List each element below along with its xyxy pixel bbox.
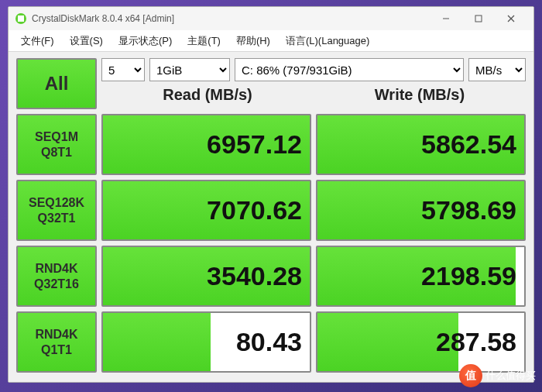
read-value: 6957.12	[207, 129, 302, 160]
menu-display[interactable]: 显示状态(P)	[111, 33, 180, 50]
menubar: 文件(F) 设置(S) 显示状态(P) 主题(T) 帮助(H) 语言(L)(La…	[9, 30, 533, 52]
read-value: 80.43	[236, 327, 302, 357]
result-row: 80.43 287.58	[101, 311, 526, 373]
result-row: 7070.62 5798.69	[101, 180, 526, 241]
test-button-line2: Q1T1	[41, 342, 72, 358]
test-button-0[interactable]: SEQ1M Q8T1	[16, 114, 97, 175]
close-button[interactable]	[495, 8, 527, 29]
unit-select[interactable]: MB/s	[468, 58, 526, 81]
content-area: All SEQ1M Q8T1 SEQ128K Q32T1 RND4K Q32T1…	[9, 52, 533, 382]
write-cell-1: 5798.69	[316, 180, 526, 241]
write-cell-0: 5862.54	[316, 114, 526, 175]
write-header: Write (MB/s)	[314, 86, 526, 109]
read-value: 7070.62	[207, 195, 302, 225]
read-cell-1: 7070.62	[101, 180, 311, 241]
menu-file[interactable]: 文件(F)	[13, 33, 62, 50]
read-value: 3540.28	[207, 261, 302, 291]
right-column: 5 1GiB C: 86% (797/931GiB) MB/s Read (MB…	[101, 58, 526, 373]
menu-language[interactable]: 语言(L)(Language)	[278, 33, 377, 50]
menu-help[interactable]: 帮助(H)	[228, 33, 278, 50]
size-select[interactable]: 1GiB	[149, 58, 230, 81]
test-button-2[interactable]: RND4K Q32T16	[16, 246, 97, 307]
test-button-line1: SEQ1M	[35, 129, 78, 145]
write-value: 2198.59	[421, 261, 516, 291]
headers-row: Read (MB/s) Write (MB/s)	[101, 86, 526, 109]
read-cell-2: 3540.28	[101, 246, 311, 307]
svg-rect-1	[18, 15, 24, 22]
all-button[interactable]: All	[16, 58, 97, 109]
test-button-3[interactable]: RND4K Q1T1	[16, 311, 97, 373]
minimize-button[interactable]	[430, 8, 462, 29]
test-button-line2: Q32T16	[34, 277, 79, 292]
all-button-label: All	[45, 73, 69, 95]
titlebar: CrystalDiskMark 8.0.4 x64 [Admin]	[9, 7, 533, 30]
read-cell-0: 6957.12	[101, 114, 311, 175]
left-column: All SEQ1M Q8T1 SEQ128K Q32T1 RND4K Q32T1…	[16, 58, 97, 373]
menu-settings[interactable]: 设置(S)	[62, 33, 111, 50]
maximize-button[interactable]	[462, 8, 495, 29]
result-row: 6957.12 5862.54	[101, 114, 526, 175]
test-button-line2: Q8T1	[41, 145, 72, 160]
app-icon	[15, 12, 27, 25]
test-button-1[interactable]: SEQ128K Q32T1	[16, 180, 97, 241]
write-value: 5862.54	[421, 129, 516, 160]
loops-select[interactable]: 5	[101, 58, 145, 81]
window-title: CrystalDiskMark 8.0.4 x64 [Admin]	[32, 13, 430, 24]
write-value: 5798.69	[421, 195, 516, 225]
write-cell-3: 287.58	[316, 311, 526, 373]
test-button-line1: RND4K	[35, 261, 77, 277]
menu-theme[interactable]: 主题(T)	[180, 33, 228, 50]
result-row: 3540.28 2198.59	[101, 246, 526, 307]
write-cell-2: 2198.59	[316, 246, 526, 307]
write-value: 287.58	[436, 327, 516, 357]
controls-row: 5 1GiB C: 86% (797/931GiB) MB/s	[101, 58, 526, 81]
results-grid: 6957.12 5862.54 7070.62 5798.69 3540.28 …	[101, 114, 526, 373]
app-window: CrystalDiskMark 8.0.4 x64 [Admin] 文件(F) …	[8, 6, 534, 383]
drive-select[interactable]: C: 86% (797/931GiB)	[235, 58, 464, 81]
read-header: Read (MB/s)	[101, 86, 314, 109]
test-button-line1: RND4K	[35, 327, 77, 342]
read-bar	[103, 313, 211, 371]
read-cell-3: 80.43	[101, 311, 311, 373]
svg-rect-3	[475, 15, 482, 22]
test-button-line1: SEQ128K	[29, 195, 84, 211]
test-button-line2: Q32T1	[38, 211, 76, 226]
